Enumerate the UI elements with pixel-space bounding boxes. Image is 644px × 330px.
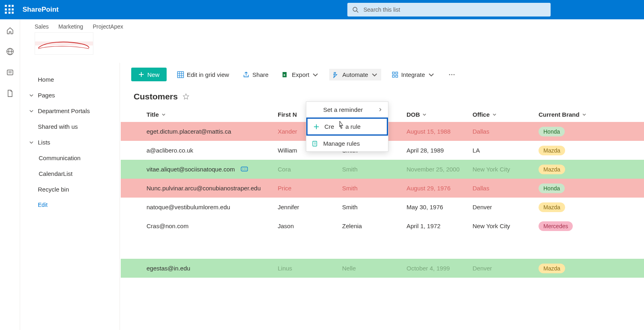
left-nav: Home Pages Department Portals Shared wit…	[20, 63, 120, 330]
cell-brand: Honda	[539, 184, 603, 193]
dd-set-reminder[interactable]: Set a reminder	[306, 102, 388, 118]
cell-office: New York City	[473, 166, 539, 173]
integrate-button[interactable]: Integrate	[388, 69, 438, 80]
table-row[interactable]: natoque@vestibulumlorem.edu Jennifer Smi…	[121, 198, 644, 217]
file-icon[interactable]	[6, 89, 14, 97]
dd-create-rule[interactable]: Cre a rule	[306, 118, 388, 136]
svg-point-22	[451, 74, 452, 75]
table-row[interactable]: Cras@non.com Jason Zelenia April 1, 1972…	[121, 217, 644, 235]
col-brand[interactable]: Current Brand	[539, 111, 603, 118]
breadcrumb-marketing[interactable]: Marketing	[58, 23, 83, 30]
svg-rect-5	[7, 70, 13, 75]
search-input[interactable]	[363, 6, 546, 13]
nav-communication[interactable]: Communication	[27, 150, 112, 166]
chevron-down-icon	[29, 93, 34, 98]
chevron-down-icon	[492, 112, 497, 117]
chevron-down-icon	[428, 71, 435, 78]
nav-edit-label: Edit	[38, 202, 47, 208]
grid-icon	[177, 71, 184, 78]
cell-dob: April 28, 1989	[407, 147, 473, 154]
export-label: Export	[292, 71, 309, 78]
chevron-down-icon	[29, 109, 34, 113]
table-row[interactable]: vitae.aliquet@sociisnatoque.com Cora Smi…	[121, 160, 644, 179]
cell-title: egestas@in.edu	[147, 265, 190, 272]
svg-rect-20	[396, 75, 398, 77]
breadcrumb-sales[interactable]: Sales	[35, 23, 49, 30]
nav-dept[interactable]: Department Portals	[27, 103, 112, 119]
command-bar: New Edit in grid view Share x Export	[120, 63, 644, 86]
nav-pages[interactable]: Pages	[27, 87, 112, 103]
col-title[interactable]: Title	[147, 111, 278, 118]
automate-dropdown: Set a reminder Cre a rule Manage rules	[306, 101, 388, 152]
nav-home[interactable]: Home	[27, 72, 112, 87]
nav-edit[interactable]: Edit	[27, 197, 112, 212]
manage-icon	[312, 140, 318, 147]
search-wrap	[347, 3, 551, 16]
cell-office: Dallas	[473, 185, 539, 192]
cell-brand: Mercedes	[539, 221, 603, 231]
new-button[interactable]: New	[131, 68, 167, 81]
svg-rect-18	[396, 72, 398, 74]
favorite-icon[interactable]	[183, 93, 189, 100]
cell-brand: Mazda	[539, 165, 603, 174]
svg-rect-17	[392, 72, 394, 74]
cell-last: Nelle	[342, 265, 407, 272]
cell-dob: April 1, 1972	[407, 223, 473, 229]
chevron-down-icon	[582, 112, 586, 117]
cell-title: natoque@vestibulumlorem.edu	[147, 204, 230, 210]
comment-icon[interactable]	[241, 167, 248, 172]
nav-calendarlist[interactable]: CalendarList	[27, 166, 112, 182]
col-office[interactable]: Office	[473, 111, 539, 118]
cell-office: New York City	[473, 223, 539, 229]
brand-name[interactable]: SharePoint	[23, 6, 59, 14]
svg-point-26	[244, 169, 245, 169]
cell-title: Cras@non.com	[147, 223, 188, 229]
news-icon[interactable]	[6, 68, 14, 76]
new-button-label: New	[147, 71, 159, 78]
automate-label: Automate	[342, 71, 368, 78]
chevron-right-icon	[378, 107, 382, 112]
svg-point-27	[246, 169, 246, 169]
cell-last: Smith	[342, 204, 407, 210]
cell-first: Jennifer	[278, 204, 342, 210]
search-box[interactable]	[347, 3, 551, 16]
nav-dept-label: Department Portals	[38, 107, 90, 114]
export-button[interactable]: x Export	[279, 69, 322, 80]
cell-dob: November 25, 2000	[407, 166, 473, 173]
app-rail	[0, 19, 20, 330]
table-row[interactable]: egestas@in.edu Linus Nelle October 4, 19…	[121, 259, 644, 278]
svg-rect-30	[313, 141, 317, 146]
empty-gap	[121, 235, 644, 259]
app-launcher-icon[interactable]	[5, 5, 14, 14]
share-button[interactable]: Share	[239, 69, 272, 80]
table-row[interactable]: Nunc.pulvinar.arcu@conubianostraper.edu …	[121, 179, 644, 198]
dd-manage-rules[interactable]: Manage rules	[306, 136, 388, 151]
suite-bar: SharePoint	[0, 0, 644, 19]
chevron-down-icon	[312, 71, 319, 78]
nav-recycle[interactable]: Recycle bin	[27, 182, 112, 197]
cell-first: Price	[278, 185, 342, 192]
integrate-label: Integrate	[401, 71, 425, 78]
home-icon[interactable]	[6, 27, 14, 35]
nav-shared[interactable]: Shared with us	[27, 119, 112, 134]
automate-button[interactable]: Automate	[329, 69, 381, 80]
globe-icon[interactable]	[6, 47, 14, 56]
site-logo[interactable]	[35, 32, 93, 55]
more-button[interactable]	[445, 69, 458, 80]
svg-point-0	[353, 7, 357, 11]
chevron-down-icon	[422, 112, 427, 117]
edit-grid-button[interactable]: Edit in grid view	[174, 69, 232, 80]
cell-brand: Mazda	[539, 264, 603, 273]
cell-office: Dallas	[473, 128, 539, 135]
col-dob[interactable]: DOB	[407, 111, 473, 118]
site-header: Sales Marketing ProjectApex	[20, 19, 644, 63]
nav-lists[interactable]: Lists	[27, 134, 112, 150]
breadcrumb-project[interactable]: ProjectApex	[93, 23, 123, 30]
chevron-down-icon	[161, 112, 166, 117]
dd-reminder-label: Set a reminder	[323, 106, 363, 113]
nav-recycle-label: Recycle bin	[38, 186, 69, 193]
plus-icon	[313, 124, 320, 130]
svg-point-21	[449, 74, 450, 75]
cell-dob: August 29, 1976	[407, 185, 473, 192]
cell-dob: August 15, 1988	[407, 128, 473, 135]
